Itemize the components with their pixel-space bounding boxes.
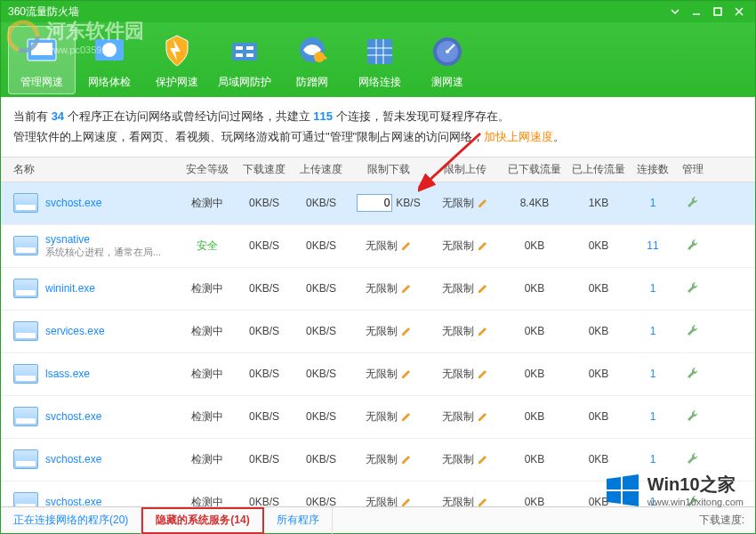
edit-icon[interactable] <box>478 283 488 294</box>
col-manage[interactable]: 管理 <box>675 162 711 177</box>
edit-icon[interactable] <box>478 240 488 251</box>
limit-upload-cell: 无限制 <box>428 367 503 382</box>
limit-download-cell: 无限制 <box>350 239 428 254</box>
upload-speed: 0KB/S <box>293 239 350 252</box>
connection-count[interactable]: 1 <box>631 410 675 423</box>
svg-rect-1 <box>714 8 721 15</box>
edit-icon[interactable] <box>401 368 412 379</box>
safety-level: 检测中 <box>179 409 236 425</box>
connection-count[interactable]: 1 <box>631 282 675 295</box>
toolbar-局域网防护[interactable]: 局域网防护 <box>211 27 278 93</box>
connection-count[interactable]: 1 <box>631 496 675 506</box>
edit-icon[interactable] <box>401 497 412 506</box>
toolbar-icon <box>88 30 131 73</box>
manage-button[interactable] <box>675 451 711 468</box>
connection-count[interactable]: 1 <box>631 453 675 465</box>
manage-button[interactable] <box>675 238 711 255</box>
toolbar-icon <box>426 30 469 73</box>
toolbar-icon <box>156 30 198 73</box>
manage-button[interactable] <box>675 195 711 212</box>
process-icon <box>13 492 38 506</box>
info-text: 管理软件的上网速度，看网页、看视频、玩网络游戏前可通过"管理"限制占网速的访问网… <box>13 130 484 143</box>
svg-point-12 <box>314 52 325 62</box>
manage-button[interactable] <box>675 409 711 425</box>
process-row[interactable]: svchost.exe检测中0KB/S0KB/S无限制无限制0KB0KB1 <box>1 481 755 506</box>
toolbar-保护网速[interactable]: 保护网速 <box>143 27 211 93</box>
svg-point-21 <box>446 50 449 53</box>
safety-level: 检测中 <box>179 452 236 467</box>
col-limit-upload[interactable]: 限制上传 <box>428 162 503 177</box>
edit-icon[interactable] <box>478 198 488 208</box>
menu-button[interactable] <box>666 4 684 19</box>
minimize-button[interactable] <box>688 4 705 19</box>
safety-level: 安全 <box>179 239 236 254</box>
col-safety[interactable]: 安全等级 <box>179 162 236 177</box>
process-row[interactable]: svchost.exe检测中0KB/S0KB/S无限制无限制0KB0KB1 <box>1 396 755 439</box>
toolbar-label: 网络连接 <box>358 75 401 90</box>
process-row[interactable]: lsass.exe检测中0KB/S0KB/S无限制无限制0KB0KB1 <box>1 353 755 396</box>
limit-unit: KB/S <box>396 197 420 209</box>
connection-count[interactable]: 1 <box>631 368 675 380</box>
toolbar-label: 防蹭网 <box>296 75 328 90</box>
connection-count[interactable]: 11 <box>631 239 675 252</box>
manage-button[interactable] <box>675 366 711 383</box>
info-highlight: 加快上网速度 <box>484 130 553 143</box>
program-count: 34 <box>52 109 64 123</box>
connection-count[interactable]: 1 <box>631 325 675 337</box>
toolbar-icon <box>223 30 266 73</box>
limit-download-cell: 无限制 <box>350 409 428 425</box>
toolbar-网络连接[interactable]: 网络连接 <box>346 27 414 93</box>
process-row[interactable]: sysnative系统核心进程，通常在局...安全0KB/S0KB/S无限制无限… <box>1 225 755 268</box>
bottom-tab[interactable]: 隐藏的系统服务(14) <box>141 507 263 534</box>
toolbar-防蹭网[interactable]: 防蹭网 <box>278 27 346 93</box>
bottom-tab[interactable]: 所有程序 <box>264 507 333 534</box>
col-limit-download[interactable]: 限制下载 <box>350 162 428 177</box>
edit-icon[interactable] <box>478 411 488 422</box>
svg-rect-3 <box>31 43 52 55</box>
bottom-tab[interactable]: 正在连接网络的程序(20) <box>1 507 141 534</box>
manage-button[interactable] <box>675 494 711 506</box>
download-speed-label: 下载速度: <box>699 513 755 528</box>
toolbar-管理网速[interactable]: 管理网速 <box>8 26 76 94</box>
limit-download-cell: 无限制 <box>350 324 428 339</box>
edit-icon[interactable] <box>401 326 412 336</box>
process-row[interactable]: services.exe检测中0KB/S0KB/S无限制无限制0KB0KB1 <box>1 311 755 353</box>
process-row[interactable]: svchost.exe检测中0KB/S0KB/S无限制无限制0KB0KB1 <box>1 439 755 481</box>
edit-icon[interactable] <box>401 283 412 294</box>
col-downloaded[interactable]: 已下载流量 <box>503 162 567 177</box>
close-button[interactable] <box>730 4 748 19</box>
edit-icon[interactable] <box>401 454 412 465</box>
edit-icon[interactable] <box>478 326 488 336</box>
toolbar-icon <box>20 30 63 73</box>
manage-button[interactable] <box>675 323 711 340</box>
downloaded-total: 0KB <box>503 239 567 252</box>
connection-count[interactable]: 1 <box>631 197 675 209</box>
limit-upload-value: 无限制 <box>442 281 474 296</box>
edit-icon[interactable] <box>401 240 412 251</box>
edit-icon[interactable] <box>478 454 488 465</box>
col-connections[interactable]: 连接数 <box>631 162 675 177</box>
col-upload-speed[interactable]: 上传速度 <box>293 162 350 177</box>
toolbar-测网速[interactable]: 测网速 <box>414 27 481 93</box>
process-row[interactable]: wininit.exe检测中0KB/S0KB/S无限制无限制0KB0KB1 <box>1 268 755 311</box>
maximize-button[interactable] <box>709 4 727 19</box>
window-title: 360流量防火墙 <box>8 4 663 20</box>
upload-speed: 0KB/S <box>293 325 350 337</box>
limit-download-input[interactable] <box>357 194 392 212</box>
process-row[interactable]: svchost.exe检测中0KB/S0KB/SKB/S无限制8.4KB1KB1 <box>1 182 755 225</box>
edit-icon[interactable] <box>478 368 488 379</box>
edit-icon[interactable] <box>401 411 412 422</box>
process-icon <box>13 449 38 469</box>
svg-point-5 <box>102 43 117 57</box>
limit-upload-cell: 无限制 <box>428 452 503 467</box>
col-uploaded[interactable]: 已上传流量 <box>567 162 631 177</box>
col-name[interactable]: 名称 <box>1 162 179 177</box>
toolbar-网络体检[interactable]: 网络体检 <box>76 27 143 93</box>
edit-icon[interactable] <box>478 497 488 506</box>
toolbar-label: 保护网速 <box>156 75 198 90</box>
limit-download-value: 无限制 <box>366 281 398 296</box>
download-speed: 0KB/S <box>236 368 293 380</box>
download-speed: 0KB/S <box>236 197 293 209</box>
col-download-speed[interactable]: 下载速度 <box>236 162 293 177</box>
manage-button[interactable] <box>675 280 711 297</box>
